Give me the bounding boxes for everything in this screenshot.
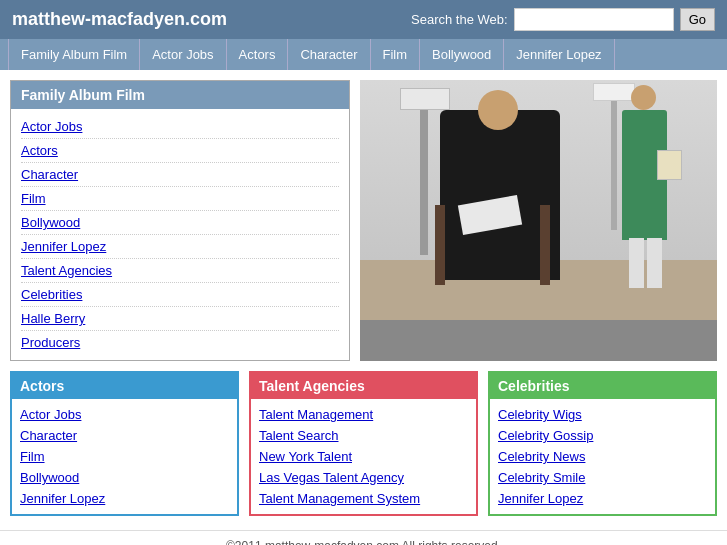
actors-box-title: Actors [12,373,237,399]
main-content: Family Album Film Actor Jobs Actors Char… [0,70,727,371]
footer-text: ©2011 matthew-macfadyen.com All rights r… [226,539,501,545]
main-nav: Family Album Film Actor Jobs Actors Char… [0,39,727,70]
search-area: Search the Web: Go [411,8,715,31]
image-panel [360,80,717,361]
nav-jennifer-lopez[interactable]: Jennifer Lopez [504,39,614,70]
actors-box-links: Actor Jobs Character Film Bollywood Jenn… [12,399,237,514]
left-panel: Family Album Film Actor Jobs Actors Char… [10,80,350,361]
link-actors[interactable]: Actors [21,139,339,163]
link-character[interactable]: Character [21,163,339,187]
link-talent-agencies[interactable]: Talent Agencies [21,259,339,283]
link-producers[interactable]: Producers [21,331,339,354]
celeb-link-wigs[interactable]: Celebrity Wigs [498,404,707,425]
actors-link-bollywood[interactable]: Bollywood [20,467,229,488]
link-celebrities[interactable]: Celebrities [21,283,339,307]
talent-box-links: Talent Management Talent Search New York… [251,399,476,514]
actors-link-film[interactable]: Film [20,446,229,467]
header: matthew-macfadyen.com Search the Web: Go [0,0,727,39]
link-bollywood[interactable]: Bollywood [21,211,339,235]
talent-link-ny[interactable]: New York Talent [259,446,468,467]
search-label: Search the Web: [411,12,508,27]
link-actor-jobs[interactable]: Actor Jobs [21,115,339,139]
celeb-link-smile[interactable]: Celebrity Smile [498,467,707,488]
link-film[interactable]: Film [21,187,339,211]
celeb-link-gossip[interactable]: Celebrity Gossip [498,425,707,446]
talent-link-search[interactable]: Talent Search [259,425,468,446]
family-album-title: Family Album Film [11,81,349,109]
actors-link-actor-jobs[interactable]: Actor Jobs [20,404,229,425]
nav-actors[interactable]: Actors [227,39,289,70]
talent-box-title: Talent Agencies [251,373,476,399]
celeb-link-jennifer-lopez[interactable]: Jennifer Lopez [498,488,707,509]
site-title: matthew-macfadyen.com [12,9,227,30]
nav-actor-jobs[interactable]: Actor Jobs [140,39,226,70]
link-jennifer-lopez[interactable]: Jennifer Lopez [21,235,339,259]
celeb-link-news[interactable]: Celebrity News [498,446,707,467]
family-album-links: Actor Jobs Actors Character Film Bollywo… [11,109,349,360]
nav-film[interactable]: Film [371,39,421,70]
talent-link-system[interactable]: Talent Management System [259,488,468,509]
go-button[interactable]: Go [680,8,715,31]
celebrities-box-links: Celebrity Wigs Celebrity Gossip Celebrit… [490,399,715,514]
nav-character[interactable]: Character [288,39,370,70]
footer: ©2011 matthew-macfadyen.com All rights r… [0,530,727,545]
nav-bollywood[interactable]: Bollywood [420,39,504,70]
talent-box: Talent Agencies Talent Management Talent… [249,371,478,516]
family-album-box: Family Album Film Actor Jobs Actors Char… [10,80,350,361]
bottom-panels: Actors Actor Jobs Character Film Bollywo… [0,371,727,526]
celebrities-box-title: Celebrities [490,373,715,399]
search-input[interactable] [514,8,674,31]
celebrities-box: Celebrities Celebrity Wigs Celebrity Gos… [488,371,717,516]
actors-link-character[interactable]: Character [20,425,229,446]
actors-box: Actors Actor Jobs Character Film Bollywo… [10,371,239,516]
actors-link-jennifer-lopez[interactable]: Jennifer Lopez [20,488,229,509]
talent-link-lv[interactable]: Las Vegas Talent Agency [259,467,468,488]
talent-link-management[interactable]: Talent Management [259,404,468,425]
nav-family-album[interactable]: Family Album Film [8,39,140,70]
link-halle-berry[interactable]: Halle Berry [21,307,339,331]
